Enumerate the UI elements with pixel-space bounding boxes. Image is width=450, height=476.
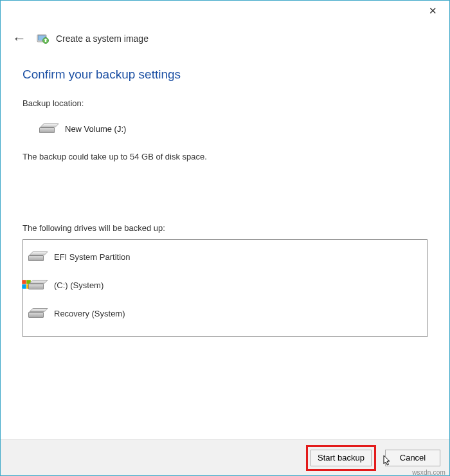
svg-rect-3 bbox=[22, 280, 26, 284]
titlebar: ✕ bbox=[1, 1, 449, 21]
backup-location-label: Backup location: bbox=[22, 98, 428, 108]
space-estimate: The backup could take up to 54 GB of dis… bbox=[22, 152, 428, 161]
close-icon: ✕ bbox=[429, 5, 437, 17]
page-title: Confirm your backup settings bbox=[22, 68, 428, 82]
drive-name: (C:) (System) bbox=[54, 280, 104, 290]
footer-bar: Start backup Cancel bbox=[1, 439, 449, 475]
back-arrow-icon[interactable]: ← bbox=[12, 32, 30, 46]
content-area: Confirm your backup settings Backup loca… bbox=[1, 50, 449, 337]
attribution-text: wsxdn.com bbox=[412, 469, 446, 476]
backup-location-value: New Volume (J:) bbox=[65, 124, 126, 134]
hard-drive-icon bbox=[28, 279, 46, 291]
start-backup-button[interactable]: Start backup bbox=[310, 450, 372, 466]
list-item: EFI System Partition bbox=[27, 243, 423, 271]
hard-drive-icon bbox=[28, 307, 46, 320]
drive-name: EFI System Partition bbox=[54, 252, 130, 262]
hard-drive-icon bbox=[39, 122, 57, 135]
drives-list-label: The following drives will be backed up: bbox=[22, 223, 428, 233]
list-item: Recovery (System) bbox=[27, 299, 423, 327]
cancel-button[interactable]: Cancel bbox=[385, 450, 440, 466]
close-button[interactable]: ✕ bbox=[421, 3, 444, 19]
hard-drive-icon bbox=[28, 250, 46, 263]
svg-rect-5 bbox=[22, 284, 26, 289]
system-image-icon bbox=[37, 32, 50, 45]
wizard-title: Create a system image bbox=[56, 33, 148, 44]
backup-location-row: New Volume (J:) bbox=[22, 122, 428, 135]
drives-listbox: EFI System Partition (C:) (System) Recov… bbox=[22, 239, 428, 337]
list-item: (C:) (System) bbox=[27, 271, 423, 299]
drive-name: Recovery (System) bbox=[54, 309, 125, 318]
highlight-box: Start backup bbox=[306, 445, 376, 471]
wizard-header: ← Create a system image bbox=[1, 21, 449, 50]
